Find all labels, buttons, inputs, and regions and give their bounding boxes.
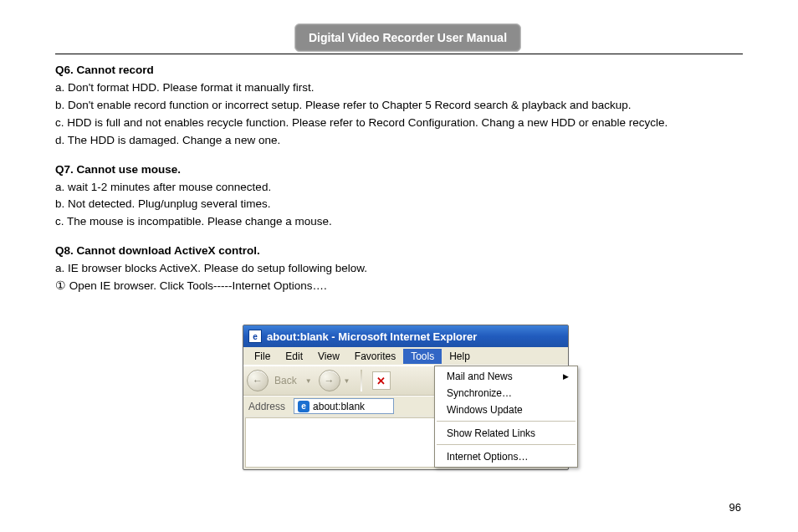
q6-a: a. Don't format HDD. Please format it ma… <box>55 79 743 97</box>
menu-view[interactable]: View <box>310 349 347 364</box>
q8-title: Q8. Cannot download ActiveX control. <box>55 243 743 260</box>
ie-titlebar: e about:blank - Microsoft Internet Explo… <box>243 325 568 347</box>
dropdown-internet-options[interactable]: Internet Options… <box>435 448 577 465</box>
dropdown-label: Windows Update <box>447 404 523 416</box>
q8-a: a. IE browser blocks ActiveX. Please do … <box>55 260 743 278</box>
ie-window: e about:blank - Microsoft Internet Explo… <box>243 325 569 470</box>
ie-logo-icon: e <box>298 401 309 412</box>
menu-help[interactable]: Help <box>442 349 478 364</box>
q7-c: c. The mouse is incompatible. Please cha… <box>55 213 743 231</box>
dropdown-windows-update[interactable]: Windows Update <box>435 402 577 418</box>
menu-edit[interactable]: Edit <box>278 349 310 364</box>
q6-c: c. HDD is full and not enables recycle f… <box>55 115 743 132</box>
q6-b: b. Don't enable record function or incor… <box>55 97 743 115</box>
address-input[interactable]: e about:blank <box>294 398 394 414</box>
dropdown-label: Mail and News <box>447 371 513 382</box>
body-text: Q6. Cannot record a. Don't format HDD. P… <box>55 62 743 295</box>
ie-menubar: File Edit View Favorites Tools Help <box>243 347 568 366</box>
address-label: Address <box>245 401 289 412</box>
q6-title: Q6. Cannot record <box>55 62 743 79</box>
back-dropdown-icon[interactable]: ▼ <box>305 377 312 385</box>
dropdown-label: Internet Options… <box>447 451 528 463</box>
q7-a: a. wait 1-2 minutes after mouse connecte… <box>55 179 743 197</box>
toolbar-separator <box>361 370 362 391</box>
header-badge: Digital Video Recorder User Manual <box>294 23 521 52</box>
menu-tools[interactable]: Tools <box>403 349 442 364</box>
dropdown-divider <box>437 421 575 422</box>
forward-dropdown-icon[interactable]: ▼ <box>344 377 350 385</box>
ie-title-text: about:blank - Microsoft Internet Explore… <box>267 330 477 343</box>
dropdown-related-links[interactable]: Show Related Links <box>435 425 577 442</box>
q6-d: d. The HDD is damaged. Change a new one. <box>55 132 743 150</box>
arrow-right-icon: → <box>325 375 335 386</box>
menu-favorites[interactable]: Favorites <box>347 349 403 364</box>
chevron-right-icon: ▶ <box>563 372 569 381</box>
forward-button[interactable]: → <box>319 370 340 391</box>
page-number: 96 <box>729 501 741 514</box>
q8-step1: ① Open IE browser. Click Tools-----Inter… <box>55 278 743 295</box>
back-label: Back <box>274 375 297 386</box>
dropdown-label: Synchronize… <box>447 387 512 399</box>
dropdown-mail-news[interactable]: Mail and News ▶ <box>435 368 577 385</box>
menu-file[interactable]: File <box>247 349 278 364</box>
stop-button[interactable]: ✕ <box>372 371 391 390</box>
q7-b: b. Not detected. Plug/unplug several tim… <box>55 196 743 213</box>
dropdown-synchronize[interactable]: Synchronize… <box>435 385 577 402</box>
divider <box>55 54 743 54</box>
x-icon: ✕ <box>376 375 386 387</box>
dropdown-divider <box>437 444 575 446</box>
arrow-left-icon: ← <box>253 375 263 386</box>
tools-dropdown: Mail and News ▶ Synchronize… Windows Upd… <box>434 366 578 468</box>
page-icon: e <box>248 330 262 343</box>
dropdown-label: Show Related Links <box>447 427 535 439</box>
q7-title: Q7. Cannot use mouse. <box>55 161 743 179</box>
back-button[interactable]: ← <box>247 370 269 391</box>
address-value: about:blank <box>313 401 365 412</box>
